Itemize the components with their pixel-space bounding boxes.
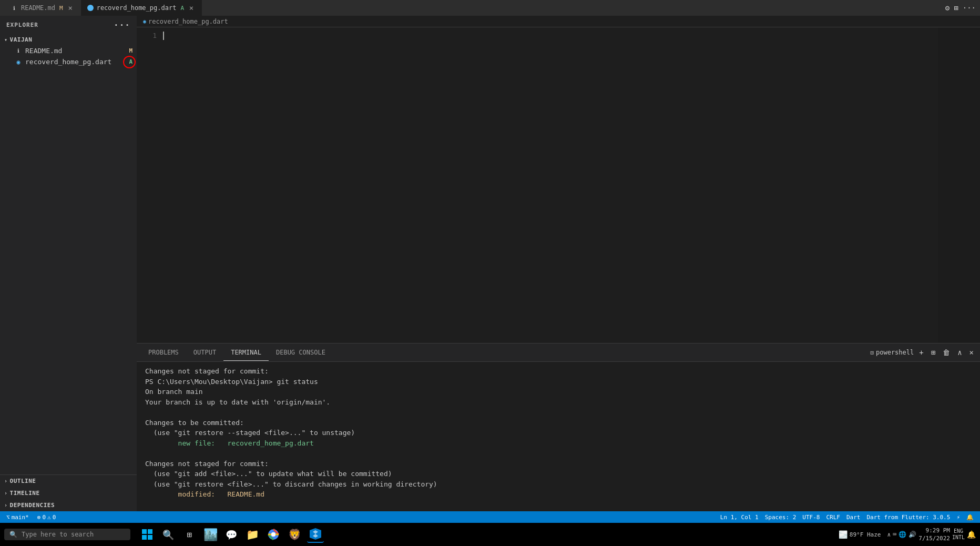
status-language[interactable]: Dart xyxy=(844,514,863,521)
weather-text: 89°F Haze xyxy=(850,531,881,538)
terminal-content[interactable]: Changes not staged for commit: PS C:\Use… xyxy=(137,362,980,511)
terminal-line-6: (use "git restore --staged <file>..." to… xyxy=(145,428,972,438)
tab-readme-close[interactable]: × xyxy=(66,4,75,12)
layout-icon[interactable]: ⊞ xyxy=(954,4,958,12)
dart-badge: A xyxy=(129,58,132,65)
status-eol[interactable]: CRLF xyxy=(824,514,842,521)
clock-time: 9:29 PM xyxy=(918,527,950,534)
tab-dart-close[interactable]: × xyxy=(187,4,196,12)
dependencies-section[interactable]: › DEPENDENCIES xyxy=(0,499,137,511)
taskbar-brave-btn[interactable]: 🦁 xyxy=(286,526,303,543)
dependencies-label: DEPENDENCIES xyxy=(10,502,55,509)
tab-dart[interactable]: recoverd_home_pg.dart A × xyxy=(81,0,202,16)
taskbar-search-icon: 🔍 xyxy=(9,531,17,538)
sidebar: EXPLORER ··· ▾ VAIJAN ℹ README.md M ◉ re… xyxy=(0,16,137,511)
editor-text-area[interactable] xyxy=(163,27,938,343)
more-icon[interactable]: ··· xyxy=(963,4,976,12)
dependencies-chevron: › xyxy=(4,502,8,508)
project-chevron: ▾ xyxy=(4,37,8,43)
terminal-tab-problems[interactable]: PROBLEMS xyxy=(141,345,186,360)
outline-label: OUTLINE xyxy=(10,478,36,484)
tab-readme-label: README.md xyxy=(21,4,55,12)
terminal-kill-btn[interactable]: 🗑 xyxy=(941,347,952,358)
timeline-section[interactable]: › TIMELINE xyxy=(0,487,137,499)
editor-content[interactable]: 1 xyxy=(137,27,980,343)
taskbar-widgets-btn[interactable]: 🏙️ xyxy=(202,526,219,543)
status-remote-icon[interactable]: ⚡ xyxy=(954,514,962,521)
taskbar-start-btn[interactable] xyxy=(139,526,156,543)
remote-icon[interactable]: ⚙ xyxy=(945,4,950,12)
outline-section[interactable]: › OUTLINE xyxy=(0,475,137,487)
breadcrumb: ◉ recoverd_home_pg.dart xyxy=(137,16,980,27)
chrome-icon xyxy=(268,529,279,540)
taskbar-chat-btn[interactable]: 💬 xyxy=(223,526,240,543)
taskbar-explorer-btn[interactable]: 📁 xyxy=(244,526,261,543)
remote-status-icon: ⌥ xyxy=(6,514,10,521)
taskbar-icons: 🔍 ⊞ 🏙️ 💬 📁 xyxy=(139,526,324,543)
dart-file-icon: ◉ xyxy=(15,58,22,66)
terminal-line-11: (use "git restore <file>..." to discard … xyxy=(145,479,972,490)
terminal-add-btn[interactable]: + xyxy=(917,347,925,358)
taskbar-taskview-btn[interactable]: ⊞ xyxy=(181,526,198,543)
error-count: 0 xyxy=(42,514,46,521)
weather-icon: 🌫️ xyxy=(839,530,848,539)
terminal-line-5: Changes to be committed: xyxy=(145,418,972,428)
status-remote[interactable]: ⌥ main* xyxy=(4,514,31,521)
terminal-line-12: modified: README.md xyxy=(145,489,972,500)
status-right: Ln 1, Col 1 Spaces: 2 UTF-8 CRLF Dart Da… xyxy=(718,514,976,521)
taskbar-vscode-btn[interactable] xyxy=(307,526,324,543)
notifications-btn[interactable]: 🔔 xyxy=(967,530,976,539)
tab-dart-badge: A xyxy=(180,5,184,12)
terminal-maximize-btn[interactable]: ∧ xyxy=(955,347,964,358)
svg-rect-0 xyxy=(142,529,147,534)
terminal-tab-output[interactable]: OUTPUT xyxy=(186,345,223,360)
taskbar-right: 🌫️ 89°F Haze ∧ ⌨ 🌐 🔊 9:29 PM 7/15/2022 E… xyxy=(839,527,976,543)
terminal-line-10: (use "git add <file>..." to update what … xyxy=(145,469,972,479)
tab-bar: ℹ README.md M × recoverd_home_pg.dart A … xyxy=(4,0,945,16)
brave-icon: 🦁 xyxy=(288,528,301,541)
file-item-dart[interactable]: ◉ recoverd_home_pg.dart A xyxy=(0,56,137,67)
tab-readme[interactable]: ℹ README.md M × xyxy=(4,0,81,16)
minimap xyxy=(938,27,980,343)
vscode-icon xyxy=(310,528,321,540)
error-icon: ⊗ xyxy=(37,514,41,521)
status-spaces[interactable]: Spaces: 2 xyxy=(763,514,799,521)
volume-icon[interactable]: 🔊 xyxy=(908,531,916,538)
sidebar-title-label: EXPLORER xyxy=(6,22,38,28)
terminal-line-3: Your branch is up to date with 'origin/m… xyxy=(145,397,972,408)
terminal-split-btn[interactable]: ⊞ xyxy=(929,347,937,358)
svg-rect-2 xyxy=(142,535,147,540)
powershell-label: ⊡ powershell xyxy=(870,349,914,356)
status-position[interactable]: Ln 1, Col 1 xyxy=(718,514,761,521)
systray-icons: 🌫️ 89°F Haze xyxy=(839,530,881,539)
sidebar-dots[interactable]: ··· xyxy=(114,20,130,30)
language-indicator[interactable]: ENG INTL xyxy=(952,528,965,541)
status-errors[interactable]: ⊗ 0 ⚠ 0 xyxy=(35,514,58,521)
status-encoding[interactable]: UTF-8 xyxy=(800,514,822,521)
status-branch: main* xyxy=(12,514,29,521)
taskbar-clock[interactable]: 9:29 PM 7/15/2022 xyxy=(918,527,950,543)
cursor-line xyxy=(163,32,938,40)
terminal-tab-debug[interactable]: DEBUG CONSOLE xyxy=(269,345,333,360)
network-icon: 🌐 xyxy=(899,531,906,538)
status-bell[interactable]: 🔔 xyxy=(964,514,976,521)
line-number-1: 1 xyxy=(137,32,157,39)
systray-expand[interactable]: ∧ xyxy=(887,531,891,538)
terminal-line-9: Changes not staged for commit: xyxy=(145,459,972,469)
folder-icon: 📁 xyxy=(246,528,259,541)
widgets-icon: 🏙️ xyxy=(203,528,218,541)
title-bar: ℹ README.md M × recoverd_home_pg.dart A … xyxy=(0,0,980,16)
taskbar-search-box[interactable]: 🔍 Type here to search xyxy=(4,529,130,540)
taskbar-chrome-btn[interactable] xyxy=(265,526,282,543)
terminal-close-btn[interactable]: × xyxy=(967,347,976,358)
taskbar-search-btn[interactable]: 🔍 xyxy=(160,526,177,543)
terminal-line-2: On branch main xyxy=(145,387,972,397)
status-flutter[interactable]: Dart from Flutter: 3.0.5 xyxy=(864,514,952,521)
svg-rect-3 xyxy=(148,535,152,540)
project-header[interactable]: ▾ VAIJAN xyxy=(0,34,137,45)
readme-tab-icon: ℹ xyxy=(11,4,18,12)
terminal-line-4 xyxy=(145,407,972,418)
file-item-readme[interactable]: ℹ README.md M xyxy=(0,45,137,56)
timeline-chevron: › xyxy=(4,490,8,496)
terminal-tab-terminal[interactable]: TERMINAL xyxy=(223,345,269,361)
